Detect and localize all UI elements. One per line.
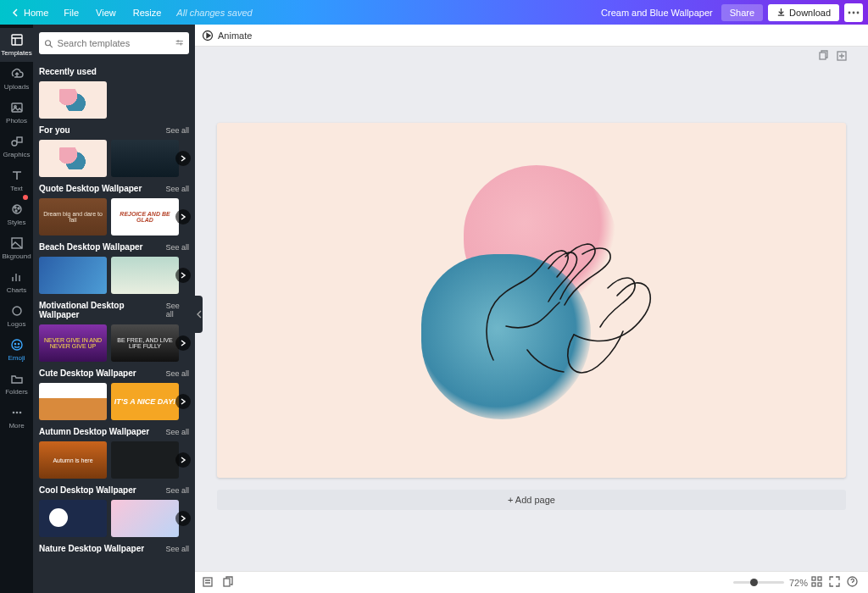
download-button[interactable]: Download: [768, 4, 839, 21]
pages-icon: [222, 576, 234, 588]
template-thumb[interactable]: [39, 257, 107, 294]
grid-view-button[interactable]: [808, 576, 826, 589]
logos-icon: [10, 304, 24, 318]
carousel-next-button[interactable]: [175, 151, 191, 166]
nav-uploads[interactable]: Uploads: [0, 62, 33, 96]
svg-point-11: [15, 210, 17, 212]
svg-point-2: [857, 11, 860, 14]
template-thumb[interactable]: [39, 383, 107, 420]
panel-scroll[interactable]: Recently used For youSee all Quote Deskt…: [33, 62, 195, 593]
template-thumb[interactable]: [111, 500, 179, 537]
svg-rect-26: [812, 577, 815, 580]
carousel-next-button[interactable]: [175, 335, 191, 351]
sliders-icon[interactable]: [175, 37, 184, 49]
template-thumb[interactable]: [39, 81, 107, 119]
nav-emoji[interactable]: Emoji: [0, 333, 33, 367]
template-thumb[interactable]: IT'S A NICE DAY!: [111, 383, 179, 420]
add-page-button[interactable]: [836, 50, 848, 65]
chevron-right-icon: [180, 155, 186, 162]
svg-rect-27: [818, 577, 821, 580]
see-all-link[interactable]: See all: [165, 428, 189, 436]
templates-panel: Recently used For youSee all Quote Deskt…: [33, 25, 195, 593]
zoom-slider[interactable]: [733, 581, 784, 584]
template-thumb[interactable]: [39, 500, 107, 537]
carousel-next-button[interactable]: [175, 268, 191, 283]
template-thumb[interactable]: [111, 140, 179, 177]
chevron-left-icon: [12, 8, 20, 17]
nav-styles[interactable]: Styles: [0, 197, 33, 231]
zoom-controls: 72%: [733, 578, 808, 588]
see-all-link[interactable]: See all: [165, 369, 189, 378]
download-icon: [776, 8, 786, 17]
nav-folders[interactable]: Folders: [0, 367, 33, 401]
ellipsis-icon: [848, 11, 860, 14]
nav-text[interactable]: Text: [0, 163, 33, 197]
template-thumb[interactable]: BE FREE, AND LIVE LIFE FULLY: [111, 324, 179, 362]
see-all-link[interactable]: See all: [165, 243, 189, 252]
add-page-bar[interactable]: + Add page: [217, 490, 846, 510]
notes-button[interactable]: [202, 576, 214, 590]
see-all-link[interactable]: See all: [165, 126, 189, 135]
carousel-next-button[interactable]: [175, 511, 191, 526]
section-title-recent: Recently used: [39, 67, 189, 76]
topbar: Home File View Resize All changes saved …: [0, 0, 868, 25]
menu-view[interactable]: View: [87, 8, 125, 18]
nav-templates[interactable]: Templates: [0, 28, 33, 62]
see-all-link[interactable]: See all: [165, 545, 189, 553]
template-thumb[interactable]: NEVER GIVE IN AND NEVER GIVE UP: [39, 324, 107, 362]
thumb-text: IT'S A NICE DAY!: [114, 397, 175, 406]
more-button[interactable]: [844, 3, 863, 22]
template-thumb[interactable]: REJOICE AND BE GLAD: [111, 198, 179, 236]
carousel-next-button[interactable]: [175, 452, 191, 468]
search-icon: [44, 38, 53, 49]
copy-icon: [817, 50, 829, 62]
svg-point-15: [14, 343, 15, 344]
nav-label: Uploads: [4, 83, 29, 91]
home-button[interactable]: Home: [5, 0, 55, 25]
svg-point-10: [18, 208, 19, 209]
template-thumb[interactable]: [111, 441, 179, 479]
carousel-next-button[interactable]: [175, 209, 191, 224]
nav-label: Charts: [7, 286, 27, 294]
help-button[interactable]: [843, 576, 861, 589]
nav-charts[interactable]: Charts: [0, 265, 33, 299]
svg-rect-4: [12, 103, 22, 112]
nav-graphics[interactable]: Graphics: [0, 130, 33, 163]
share-button[interactable]: Share: [721, 4, 763, 21]
see-all-link[interactable]: See all: [166, 302, 189, 319]
search-box[interactable]: [39, 32, 189, 54]
svg-point-1: [853, 11, 855, 14]
template-thumb[interactable]: [111, 257, 179, 294]
duplicate-page-button[interactable]: [817, 50, 829, 65]
animate-button[interactable]: Animate: [202, 30, 252, 42]
download-label: Download: [789, 8, 831, 18]
canvas-page[interactable]: [217, 123, 846, 478]
template-thumb[interactable]: Dream big and dare to fail: [39, 198, 107, 236]
section-title: Motivational Desktop Wallpaper: [39, 301, 166, 319]
document-name[interactable]: Cream and Blue Wallpaper: [593, 8, 721, 18]
nav-photos[interactable]: Photos: [0, 96, 33, 130]
nav-more[interactable]: More: [0, 401, 33, 435]
menu-file[interactable]: File: [55, 8, 87, 18]
search-input[interactable]: [58, 38, 175, 48]
svg-point-6: [12, 141, 17, 146]
page-tools: [817, 50, 848, 65]
menu-resize[interactable]: Resize: [125, 8, 170, 18]
nav-logos[interactable]: Logos: [0, 299, 33, 333]
thumb-text: REJOICE AND BE GLAD: [111, 211, 179, 223]
template-thumb[interactable]: Autumn is here: [39, 441, 107, 479]
pages-button[interactable]: [222, 576, 234, 590]
artwork[interactable]: [413, 165, 650, 436]
nav-bkground[interactable]: Bkground: [0, 231, 33, 265]
zoom-value[interactable]: 72%: [789, 578, 808, 588]
background-icon: [10, 236, 24, 250]
svg-point-14: [12, 340, 22, 350]
fullscreen-button[interactable]: [826, 576, 843, 589]
carousel-next-button[interactable]: [175, 394, 191, 409]
see-all-link[interactable]: See all: [165, 486, 189, 495]
see-all-link[interactable]: See all: [165, 185, 189, 193]
zoom-thumb[interactable]: [750, 579, 758, 586]
text-icon: [10, 169, 24, 182]
template-thumb[interactable]: [39, 140, 107, 177]
canvas-area[interactable]: + Add page: [195, 47, 868, 571]
